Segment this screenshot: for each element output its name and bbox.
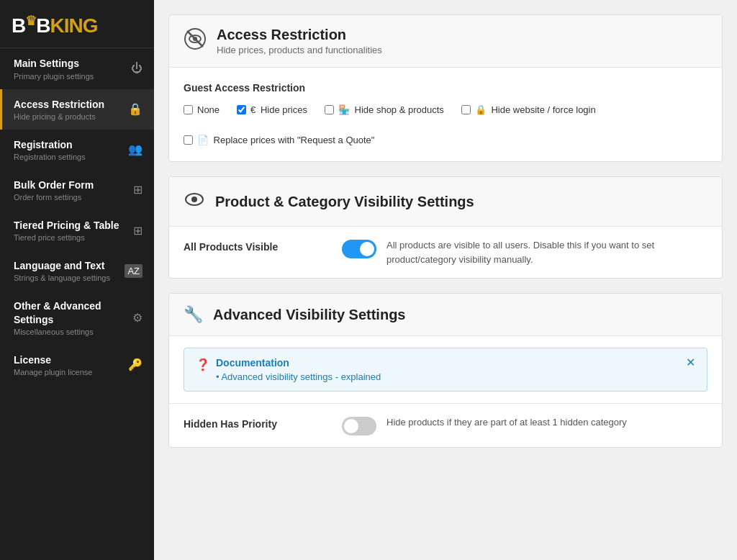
- checkbox-none-label: None: [197, 104, 220, 117]
- doc-title: Documentation: [216, 357, 381, 369]
- toggle-slider: [342, 240, 376, 258]
- checkbox-hide-shop-input[interactable]: [325, 105, 334, 114]
- sidebar-item-license[interactable]: License Manage plugin license 🔑: [0, 345, 154, 385]
- sidebar-item-bulk-order-form[interactable]: Bulk Order Form Order form settings ⊞: [0, 170, 154, 210]
- checkbox-hide-prices[interactable]: € Hide prices: [237, 104, 307, 117]
- main-content: Access Restriction Hide prices, products…: [154, 0, 737, 560]
- question-circle-icon: ❓: [196, 358, 210, 371]
- key-icon: 🔑: [128, 358, 143, 371]
- product-visibility-title: Product & Category Visibility Settings: [215, 194, 474, 210]
- documentation-box: ❓ Documentation Advanced visibility sett…: [184, 348, 707, 392]
- table-icon: ⊞: [133, 224, 143, 238]
- checkbox-hide-shop[interactable]: 🏪 Hide shop & products: [325, 104, 444, 117]
- product-visibility-card: Product & Category Visibility Settings A…: [168, 176, 723, 279]
- power-icon: ⏻: [131, 62, 143, 75]
- hidden-priority-desc: Hide products if they are part of at lea…: [386, 415, 627, 430]
- checkbox-group: None € Hide prices 🏪 Hide shop & product…: [184, 104, 707, 147]
- hidden-priority-label: Hidden Has Priority: [184, 415, 327, 430]
- language-icon: AZ: [125, 264, 143, 278]
- sidebar-item-other-advanced[interactable]: Other & Advanced Settings Miscellaneous …: [0, 291, 154, 344]
- checkbox-hide-website-input[interactable]: [461, 105, 471, 114]
- lock-icon: 🔒: [128, 102, 143, 116]
- checkbox-hide-prices-label: € Hide prices: [250, 104, 307, 117]
- access-restriction-subtitle: Hide prices, products and functionalitie…: [217, 45, 382, 55]
- sidebar-item-registration[interactable]: Registration Registration settings 👥: [0, 130, 154, 170]
- advanced-visibility-title: Advanced Visibility Settings: [213, 307, 405, 323]
- shop-icon: 🏪: [338, 104, 350, 115]
- doc-link[interactable]: Advanced visibility settings - explained: [216, 371, 381, 382]
- access-restriction-header: Access Restriction Hide prices, products…: [169, 15, 722, 68]
- all-products-desc: All products are visible to all users. D…: [386, 238, 707, 266]
- lock-small-icon: 🔒: [475, 104, 487, 115]
- gear-icon: ⚙: [132, 311, 143, 325]
- checkbox-replace-prices-label: 📄 Replace prices with "Request a Quote": [197, 134, 374, 147]
- all-products-label: All Products Visible: [184, 238, 327, 253]
- all-products-switch[interactable]: [342, 240, 376, 258]
- svg-point-5: [191, 197, 197, 202]
- hidden-priority-slider: [342, 417, 376, 435]
- logo: B♛BKING: [0, 0, 154, 48]
- access-restriction-card: Access Restriction Hide prices, products…: [168, 14, 723, 162]
- checkbox-hide-website-label: 🔒 Hide website / force login: [475, 104, 596, 117]
- grid-icon: ⊞: [133, 183, 143, 197]
- guest-access-body: Guest Access Restriction None € Hide pri…: [169, 68, 722, 161]
- checkbox-replace-prices-input[interactable]: [184, 135, 193, 145]
- hidden-priority-switch[interactable]: [342, 417, 376, 435]
- sidebar-item-language-text[interactable]: Language and Text Strings & language set…: [0, 250, 154, 291]
- hidden-priority-toggle: Hidden Has Priority Hide products if the…: [169, 404, 722, 447]
- eye-strikethrough-icon: [184, 27, 207, 55]
- sidebar-item-main-settings[interactable]: Main Settings Primary plugin settings ⏻: [0, 48, 154, 89]
- document-icon: 📄: [197, 135, 209, 145]
- product-visibility-header: Product & Category Visibility Settings: [169, 177, 722, 227]
- doc-close-button[interactable]: ✕: [686, 357, 695, 369]
- checkbox-none-input[interactable]: [184, 105, 193, 114]
- sidebar-item-access-restriction[interactable]: Access Restriction Hide pricing & produc…: [0, 89, 154, 130]
- checkbox-replace-prices[interactable]: 📄 Replace prices with "Request a Quote": [184, 134, 374, 147]
- users-icon: 👥: [128, 143, 143, 156]
- advanced-visibility-card: 🔧 Advanced Visibility Settings ❓ Documen…: [168, 293, 723, 448]
- sidebar: B♛BKING Main Settings Primary plugin set…: [0, 0, 154, 560]
- wrench-icon: 🔧: [184, 305, 203, 324]
- checkbox-hide-shop-label: 🏪 Hide shop & products: [338, 104, 444, 117]
- checkbox-hide-website[interactable]: 🔒 Hide website / force login: [461, 104, 596, 117]
- guest-section-label: Guest Access Restriction: [184, 82, 707, 94]
- all-products-visible-toggle: All Products Visible All products are vi…: [169, 227, 722, 278]
- advanced-visibility-header: 🔧 Advanced Visibility Settings: [169, 294, 722, 336]
- checkbox-none[interactable]: None: [184, 104, 220, 117]
- sidebar-item-tiered-pricing[interactable]: Tiered Pricing & Table Tiered price sett…: [0, 210, 154, 250]
- eye-icon: [184, 189, 205, 214]
- access-restriction-title: Access Restriction: [217, 27, 382, 43]
- euro-icon: €: [250, 104, 256, 115]
- checkbox-hide-prices-input[interactable]: [237, 105, 246, 114]
